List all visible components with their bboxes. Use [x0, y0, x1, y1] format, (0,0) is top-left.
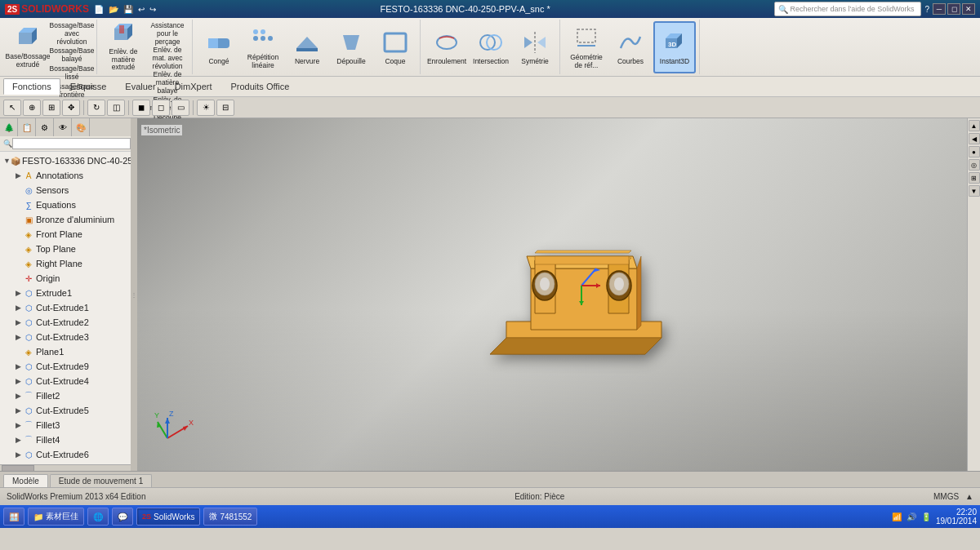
zoom-fit-tool[interactable]: ⊕: [23, 100, 41, 116]
open-icon[interactable]: 📂: [109, 5, 118, 14]
tree-item-top-plane[interactable]: ▶ ◈ Top Plane: [0, 242, 134, 256]
shaded-tool[interactable]: ◼: [132, 100, 150, 116]
bottom-tab-modele[interactable]: Modèle: [3, 474, 48, 487]
help-icon[interactable]: ?: [924, 5, 929, 14]
start-icon: 🪟: [9, 512, 19, 521]
tree-item-cut-extrude3[interactable]: ▶ ⬡ Cut-Extrude3: [0, 330, 134, 344]
undo-icon[interactable]: ↩: [138, 5, 145, 14]
tree-filter-input[interactable]: [12, 138, 131, 149]
shell-button[interactable]: Coque: [374, 21, 416, 73]
tree-item-cut-extrude4[interactable]: ▶ ⬡ Cut-Extrude4: [0, 374, 134, 388]
close-button[interactable]: ✕: [962, 3, 975, 15]
taskbar-start-button[interactable]: 🪟: [3, 508, 24, 526]
taskbar-solidworks-app[interactable]: 2S SolidWorks: [136, 508, 200, 526]
tree-item-equations[interactable]: ▶ ∑ Equations: [0, 197, 134, 212]
rib-button[interactable]: Nervure: [286, 21, 328, 73]
tree-item-front-plane[interactable]: ▶ ◈ Front Plane: [0, 227, 134, 242]
right-panel-btn3[interactable]: ●: [969, 146, 980, 157]
restore-button[interactable]: ◻: [947, 3, 960, 15]
ref-geometry-button[interactable]: Géométrie de réf...: [565, 21, 608, 73]
tree-item-fillet4[interactable]: ▶ ⌒ Fillet4: [0, 432, 134, 447]
tree-root-item[interactable]: ▼ 📦 FESTO-163336 DNC-40-250-...: [0, 153, 134, 168]
taskbar-explorer[interactable]: 📁 素材巨佳: [28, 508, 84, 526]
equations-icon: ∑: [23, 199, 34, 211]
select-tool[interactable]: ↖: [3, 100, 21, 116]
tree-item-cut-extrude5[interactable]: ▶ ⬡ Cut-Extrude5: [0, 403, 134, 418]
hidden-lines-tool[interactable]: ▭: [172, 100, 189, 116]
shaded-icon: ◼: [138, 103, 145, 112]
tree-hscrollbar-thumb[interactable]: [2, 465, 34, 472]
right-panel-btn4[interactable]: ◎: [969, 159, 980, 171]
right-panel-btn6[interactable]: ▼: [969, 185, 980, 197]
tree-item-cut-extrude1[interactable]: ▶ ⬡ Cut-Extrude1: [0, 300, 134, 315]
curves-button[interactable]: Courbes: [609, 21, 652, 73]
tree-item-cut-extrude6[interactable]: ▶ ⬡ Cut-Extrude6: [0, 447, 134, 462]
zoom-window-tool[interactable]: ⊞: [42, 100, 60, 116]
cut-extrude2-icon: ⬡: [23, 317, 34, 328]
right-panel-btn2[interactable]: ◀: [969, 133, 980, 144]
tab-fonctions[interactable]: Fonctions: [3, 78, 60, 95]
intersection-button[interactable]: Intersection: [470, 21, 512, 73]
pan-tool[interactable]: ✥: [62, 100, 80, 116]
tab-produits-office[interactable]: Produits Office: [221, 78, 298, 95]
tree-item-right-plane[interactable]: ▶ ◈ Right Plane: [0, 256, 134, 271]
cut-revolve-button[interactable]: Enlèv. de mat. avec révolution: [146, 46, 189, 70]
panel-splitter[interactable]: ⋮: [131, 118, 137, 471]
tab-esquisse[interactable]: Esquisse: [61, 78, 116, 95]
material-icon: ▣: [23, 214, 34, 225]
right-panel-btn5[interactable]: ⊞: [969, 172, 980, 184]
help-search-box[interactable]: 🔍 Rechercher dans l'aide de SolidWorks: [774, 2, 921, 16]
tree-item-origin[interactable]: ▶ ✛ Origin: [0, 271, 134, 286]
boss-sweep-button[interactable]: Bossage/Base balayé: [51, 46, 93, 64]
tree-item-plane1[interactable]: ▶ ◈ Plane1: [0, 344, 134, 359]
taskbar-weibo[interactable]: 微 7481552: [203, 508, 257, 526]
fillet-button[interactable]: Congé: [198, 21, 240, 73]
tab-dimxpert[interactable]: DimXpert: [166, 78, 221, 95]
tree-item-sensors[interactable]: ▶ ◎ Sensors: [0, 183, 134, 197]
save-icon[interactable]: 💾: [123, 5, 133, 14]
rotate-tool[interactable]: ↻: [87, 100, 105, 116]
new-icon[interactable]: 📄: [94, 5, 104, 14]
base-boss-extrude-button[interactable]: Base/Bossage extrudé: [7, 21, 49, 73]
instant3d-button[interactable]: 3D Instant3D: [653, 21, 696, 73]
section-view-tool[interactable]: ⊟: [216, 100, 234, 116]
filter-icon: 🔍: [3, 140, 12, 148]
tree-item-cut-extrude2[interactable]: ▶ ⬡ Cut-Extrude2: [0, 315, 134, 330]
hole-wizard-button[interactable]: Assistance pour le perçage: [146, 21, 189, 46]
wireframe-tool[interactable]: ◻: [152, 100, 170, 116]
linear-pattern-button[interactable]: Répétition linéaire: [242, 21, 284, 73]
plane1-icon: ◈: [23, 346, 34, 357]
right-panel-btn1[interactable]: ▲: [969, 120, 980, 131]
svg-point-13: [261, 29, 265, 34]
taskbar-chrome[interactable]: 🌐: [87, 508, 109, 526]
bottom-tab-mouvement[interactable]: Etude de mouvement 1: [50, 474, 152, 487]
system-clock[interactable]: 22:20 19/01/2014: [936, 508, 977, 526]
taskbar-qq[interactable]: 💬: [112, 508, 133, 526]
cut-extrude-button[interactable]: Enlèv. de matière extrudé: [102, 21, 145, 73]
lights-tool[interactable]: ☀: [197, 100, 215, 116]
fm-tab-config[interactable]: ⚙: [36, 118, 54, 136]
view-orient-tool[interactable]: ◫: [107, 100, 125, 116]
wrap-button[interactable]: Enroulement: [425, 21, 468, 73]
draft-button[interactable]: Dépouille: [330, 21, 372, 73]
boss-revolve-button[interactable]: Bossage/Base avec révolution: [51, 21, 93, 46]
tree-item-fillet2[interactable]: ▶ ⌒ Fillet2: [0, 388, 134, 403]
rib-icon: [294, 29, 320, 55]
tree-item-annotations[interactable]: ▶ A Annotations: [0, 168, 134, 183]
tree-item-extrude1[interactable]: ▶ ⬡ Extrude1: [0, 286, 134, 300]
minimize-button[interactable]: ─: [933, 3, 946, 15]
fm-tab-tree[interactable]: 🌲: [0, 118, 18, 136]
tab-evaluer[interactable]: Evaluer: [116, 78, 164, 95]
3d-viewport[interactable]: X Y Z *Isometric: [135, 118, 967, 471]
fm-tab-properties[interactable]: 📋: [18, 118, 36, 136]
fillet2-label: Fillet2: [36, 391, 60, 401]
tree-hscrollbar[interactable]: [0, 464, 134, 471]
tree-item-material[interactable]: ▶ ▣ Bronze d'aluminium: [0, 212, 134, 227]
mirror-button[interactable]: Symétrie: [514, 21, 556, 73]
extrude1-expand: ▶: [13, 288, 23, 298]
tree-item-fillet3[interactable]: ▶ ⌒ Fillet3: [0, 418, 134, 432]
tree-item-cut-extrude9[interactable]: ▶ ⬡ Cut-Extrude9: [0, 359, 134, 374]
redo-icon[interactable]: ↪: [149, 5, 156, 14]
fm-tab-display[interactable]: 👁: [54, 118, 72, 136]
fm-tab-appearance[interactable]: 🎨: [72, 118, 90, 136]
